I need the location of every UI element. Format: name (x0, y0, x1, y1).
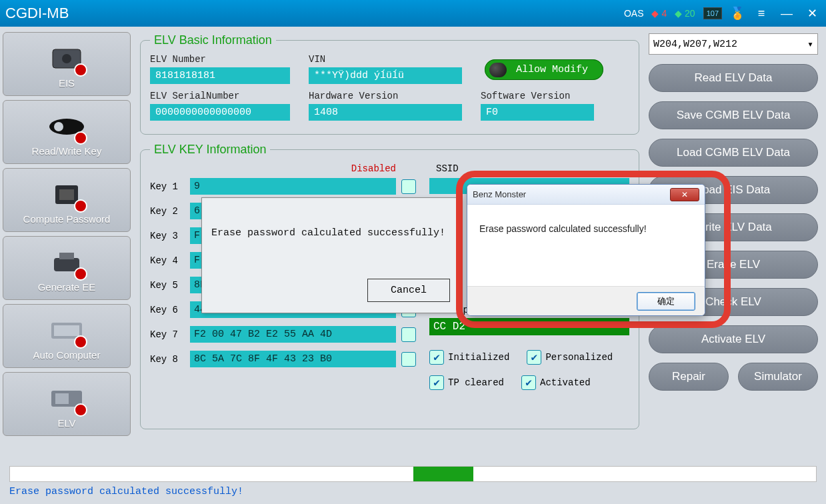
initialized-label: Initialized (448, 352, 509, 363)
minimize-button[interactable]: — (778, 7, 795, 21)
save-cgmb-elv-data-button[interactable]: Save CGMB ELV Data (649, 101, 818, 129)
allow-modify-button[interactable]: Allow Modify (485, 59, 603, 80)
key-label: Key 7 (150, 329, 185, 340)
sidebar-item-label: Read/Write Key (32, 145, 102, 157)
key-row: Key 88C 5A 7C 8F 4F 43 23 B0 (150, 351, 416, 367)
chevron-down-icon: ▾ (807, 38, 813, 51)
sidebar-item-eis[interactable]: EIS (3, 32, 131, 96)
simulator-button[interactable]: Simulator (738, 363, 818, 391)
elv-key-legend: ELV KEY Information (150, 143, 270, 157)
oas-label: OAS (624, 8, 644, 19)
activate-elv-button[interactable]: Activate ELV (649, 325, 818, 353)
sidebar-item-label: Generate EE (38, 281, 96, 293)
key-label: Key 4 (150, 255, 185, 266)
sidebar-item-compute-password[interactable]: Compute Password (3, 168, 131, 232)
load-cgmb-elv-data-button[interactable]: Load CGMB ELV Data (649, 139, 818, 167)
serial-value: 0000000000000000 (150, 104, 290, 121)
cancel-button[interactable]: Cancel (367, 279, 450, 302)
status-line: Erase password calculated successfully! (9, 486, 817, 497)
sidebar-item-label: Auto Computer (33, 349, 101, 361)
disabled-column-label: Disabled (150, 163, 416, 174)
progress-message-text: Erase password calculated successfully! (202, 198, 461, 239)
key-label: Key 6 (150, 305, 185, 315)
sidebar-item-generate-ee[interactable]: Generate EE (3, 236, 131, 300)
gem-red-icon: ◆ 4 (651, 8, 667, 19)
sidebar-item-elv[interactable]: ELV (3, 372, 131, 436)
calendar-badge: 107 (703, 7, 722, 19)
key-value: 8C 5A 7C 8F 4F 43 23 B0 (190, 351, 396, 367)
key-disabled-checkbox[interactable] (401, 352, 416, 367)
hw-value: 1408 (309, 104, 462, 121)
app-title: CGDI-MB (5, 5, 69, 22)
sidebar-item-rw-key[interactable]: Read/Write Key (3, 100, 131, 164)
serial-label: ELV SerialNumber (150, 91, 290, 101)
close-button[interactable]: ✕ (803, 6, 821, 21)
header-status: OAS ◆ 4 ◆ 20 107 🏅 ≡ — ✕ (624, 6, 821, 21)
sidebar-item-label: EIS (59, 77, 75, 89)
sidebar-item-label: Compute Password (23, 213, 111, 225)
key-label: Key 2 (150, 206, 185, 217)
key-row: Key 19 (150, 178, 416, 195)
elv-basic-group: ELV Basic Information ELV Number 8181818… (140, 33, 639, 135)
dialog-ok-button[interactable]: 确定 (637, 292, 695, 311)
key-label: Key 8 (150, 354, 185, 365)
erase-value: CC D2 (429, 318, 629, 335)
svg-rect-11 (55, 393, 69, 404)
dialog-close-button[interactable]: ✕ (670, 188, 699, 201)
dialog-body-text: Erase password calculated successfully! (467, 205, 705, 241)
sidebar-item-auto-computer[interactable]: Auto Computer (3, 304, 131, 368)
alert-badge-icon (74, 267, 87, 281)
dialog-title: Benz Monster (473, 189, 526, 199)
key-disabled-checkbox[interactable] (401, 179, 416, 194)
read-elv-data-button[interactable]: Read ELV Data (649, 64, 818, 92)
titlebar: CGDI-MB OAS ◆ 4 ◆ 20 107 🏅 ≡ — ✕ (0, 0, 826, 27)
key-disabled-checkbox[interactable] (401, 327, 416, 342)
model-select-value: W204,W207,W212 (653, 39, 737, 50)
elv-number-value: 8181818181 (150, 67, 290, 84)
key-value: 9 (190, 178, 396, 195)
key-label: Key 3 (150, 231, 185, 241)
activated-label: Activated (540, 377, 591, 388)
key-label: Key 1 (150, 181, 185, 192)
personalized-checkbox[interactable] (527, 350, 541, 365)
sw-label: Software Version (481, 91, 594, 101)
key-row: Key 7F2 00 47 B2 E2 55 AA 4D (150, 326, 416, 343)
svg-rect-9 (54, 325, 79, 336)
tp-cleared-label: TP cleared (448, 377, 504, 388)
svg-rect-7 (59, 253, 74, 259)
progress-message-panel: Erase password calculated successfully! … (201, 197, 461, 313)
svg-point-1 (62, 54, 71, 63)
sw-value: F0 (481, 104, 594, 121)
footer: Erase password calculated successfully! (0, 463, 826, 504)
alert-badge-icon (74, 63, 87, 77)
medal-icon: 🏅 (730, 6, 745, 21)
hw-label: Hardware Version (309, 91, 462, 101)
alert-badge-icon (74, 199, 87, 213)
key-label: Key 5 (150, 280, 185, 291)
initialized-checkbox[interactable] (429, 350, 444, 365)
elv-number-label: ELV Number (150, 54, 290, 65)
model-select[interactable]: W204,W207,W212 ▾ (649, 33, 818, 55)
key-value: F2 00 47 B2 E2 55 AA 4D (190, 326, 396, 343)
ssid-label: SSID (429, 163, 629, 174)
menu-icon[interactable]: ≡ (753, 7, 770, 21)
sidebar-item-label: ELV (57, 417, 75, 429)
activated-checkbox[interactable] (521, 375, 536, 390)
svg-point-3 (54, 122, 63, 131)
vin-value: ***YŸ)ddd ýĺüĺü (309, 67, 462, 84)
tp-cleared-checkbox[interactable] (429, 375, 444, 390)
vin-label: VIN (309, 54, 462, 65)
repair-button[interactable]: Repair (649, 363, 729, 391)
svg-rect-5 (59, 189, 74, 200)
sidebar: EIS Read/Write Key Compute Password Gene… (0, 27, 133, 472)
elv-basic-legend: ELV Basic Information (150, 33, 276, 47)
confirmation-dialog: Benz Monster ✕ Erase password calculated… (467, 184, 705, 316)
gem-green-icon: ◆ 20 (675, 8, 695, 19)
personalized-label: Personalized (545, 352, 613, 363)
progress-bar (9, 466, 817, 482)
